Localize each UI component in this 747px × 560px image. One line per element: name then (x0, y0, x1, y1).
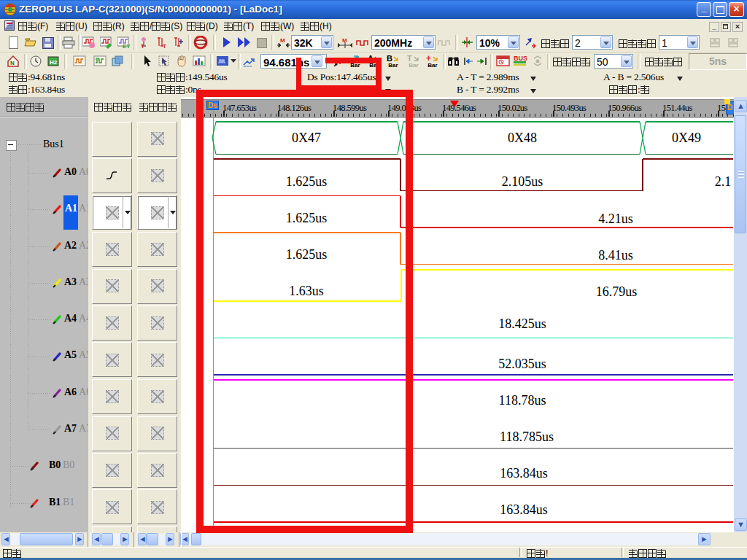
svg-text:M: M (280, 37, 285, 44)
svg-text:B: B (387, 54, 392, 62)
svg-text:BUS: BUS (514, 55, 527, 62)
svg-text:EY: EY (123, 43, 131, 49)
svg-text:T: T (141, 43, 144, 49)
svg-text:H2: H2 (50, 59, 58, 66)
svg-text:N: N (10, 60, 15, 66)
svg-text:T: T (163, 43, 166, 49)
svg-text:+: + (426, 54, 431, 62)
svg-text:T: T (407, 54, 412, 62)
